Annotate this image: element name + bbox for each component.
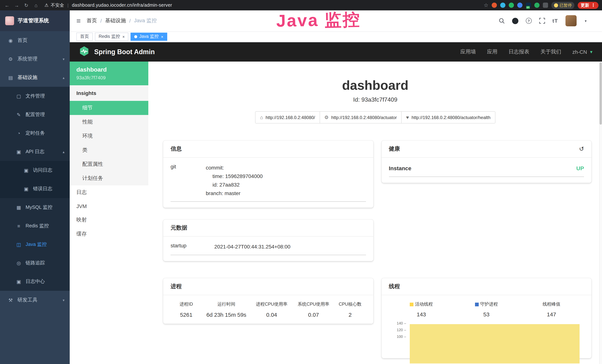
sba-item-scheduled-tasks[interactable]: 计划任务	[70, 171, 148, 185]
browser-back-icon[interactable]: ←	[4, 2, 10, 8]
sba-item-details[interactable]: 细节	[70, 101, 148, 115]
status-badge: UP	[576, 165, 584, 171]
extension-icon[interactable]	[509, 3, 514, 8]
browser-reload-icon[interactable]: ↻	[23, 2, 30, 8]
chevron-down-icon[interactable]: ▾	[585, 19, 587, 23]
extension-icon[interactable]	[492, 3, 497, 8]
help-icon[interactable]: ?	[526, 18, 532, 24]
sidebar-item-api-logs[interactable]: ▣ API 日志 ▴	[0, 142, 70, 161]
chevron-up-icon: ▴	[63, 150, 64, 154]
tab-java-monitor[interactable]: Java 监控 ×	[131, 32, 167, 41]
close-icon[interactable]: ×	[122, 34, 125, 39]
live-threads-area	[409, 324, 580, 364]
sidebar-item-java-monitor[interactable]: ◫ Java 监控	[0, 235, 70, 254]
page-instance-id: Id: 93a3fc7f7409	[148, 96, 602, 103]
url-text: dashboard.yudao.iocoder.cn/infra/admin-s…	[72, 3, 172, 8]
extension-icon[interactable]	[543, 3, 548, 8]
cards-row-1: 信息 git commit: time: 1596289704000 id: 2…	[163, 140, 591, 208]
sba-sidebar: dashboard 93a3fc7f7409 Insights 细节 性能 环境…	[70, 62, 148, 364]
fullscreen-icon[interactable]	[539, 18, 545, 24]
sba-item-beans[interactable]: 类	[70, 143, 148, 157]
chevron-down-icon: ▾	[63, 57, 64, 61]
hamburger-icon[interactable]: ≡	[70, 17, 86, 25]
sidebar-item-access-logs[interactable]: ▣ 访问日志	[0, 161, 70, 180]
sba-brand[interactable]: Spring Boot Admin	[79, 45, 155, 58]
metadata-startup-row: startup 2021-04-27T00:44:31.254+08:00	[171, 243, 366, 255]
java-monitor-icon: ◫	[16, 242, 22, 247]
instance-links: ⌂ http://192.168.0.2:48080/ ⚙ http://192…	[148, 111, 602, 124]
app-shell: 芋道管理系统 ◉ 首页 ⚙ 系统管理 ▾ ▤ 基础设施 ▴ ▢	[0, 11, 602, 364]
sba-nav-journal[interactable]: 日志报表	[509, 49, 529, 55]
sidebar-item-home[interactable]: ◉ 首页	[0, 31, 70, 50]
instance-block[interactable]: dashboard 93a3fc7f7409	[70, 62, 148, 85]
scrollbar-thumb[interactable]	[600, 62, 602, 125]
language-selector[interactable]: zh-CN ▼	[572, 49, 593, 55]
sidebar-item-scheduled-tasks[interactable]: ◔ 定时任务	[0, 124, 70, 142]
font-size-icon[interactable]: tT	[552, 18, 558, 24]
address-bar[interactable]: ⚠ 不安全 | dashboard.yudao.iocoder.cn/infra…	[44, 2, 481, 8]
update-button[interactable]: 更新 ⋮	[578, 2, 599, 9]
access-log-icon: ▣	[23, 167, 29, 173]
bookmark-star-icon[interactable]: ☆	[484, 2, 488, 8]
sidebar-item-config-management[interactable]: ✎ 配置管理	[0, 105, 70, 124]
close-icon[interactable]: ×	[161, 34, 163, 39]
logo-avatar	[5, 16, 14, 25]
sidebar-item-trace[interactable]: ◎ 链路追踪	[0, 254, 70, 272]
sba-item-jvm[interactable]: JVM	[70, 200, 148, 213]
sba-item-caches[interactable]: 缓存	[70, 227, 148, 241]
github-icon[interactable]	[512, 18, 518, 24]
sidebar-item-system-management[interactable]: ⚙ 系统管理 ▾	[0, 50, 70, 68]
sidebar-item-infrastructure[interactable]: ▤ 基础设施 ▴	[0, 68, 70, 87]
browser-forward-icon[interactable]: →	[13, 2, 20, 8]
health-instance-row: Instance UP	[389, 163, 584, 177]
chevron-up-icon: ▴	[63, 75, 64, 80]
sidebar-item-error-logs[interactable]: ▣ 错误日志	[0, 180, 70, 198]
app-logo[interactable]: 芋道管理系统	[0, 11, 70, 31]
chrome-toolbar: ☆ on 已暂停 更新 ⋮	[484, 2, 599, 9]
extension-icon[interactable]	[500, 3, 505, 8]
search-icon[interactable]	[499, 18, 505, 24]
wrench-icon: ⚙	[324, 115, 329, 120]
breadcrumb-current: Java 监控	[134, 17, 157, 24]
extension-icon[interactable]	[517, 3, 522, 8]
sidebar-item-mysql-monitor[interactable]: ▦ MySQL 监控	[0, 198, 70, 217]
sba-item-config-props[interactable]: 配置属性	[70, 157, 148, 171]
sba-item-metrics[interactable]: 性能	[70, 115, 148, 129]
sidebar-item-file-management[interactable]: ▢ 文件管理	[0, 87, 70, 105]
mysql-monitor-icon: ▦	[16, 204, 22, 210]
extension-icon[interactable]: on	[526, 3, 531, 8]
monitor-icon: ▤	[7, 75, 14, 80]
tab-redis-monitor[interactable]: Redis 监控 ×	[95, 32, 129, 41]
breadcrumb-home[interactable]: 首页	[86, 17, 97, 24]
sba-nav-about[interactable]: 关于我们	[540, 49, 561, 55]
history-icon[interactable]: ↺	[579, 145, 584, 152]
extension-icon[interactable]	[534, 3, 539, 8]
heart-icon: ♥	[406, 115, 409, 120]
sba-item-environment[interactable]: 环境	[70, 129, 148, 143]
browser-chrome: ← → ↻ ⌂ ⚠ 不安全 | dashboard.yudao.iocoder.…	[0, 0, 602, 11]
user-avatar[interactable]	[566, 15, 577, 26]
sidebar-item-dev-tools[interactable]: ⚒ 研发工具 ▾	[0, 291, 70, 309]
error-log-icon: ▣	[23, 186, 29, 192]
actuator-url-button[interactable]: ⚙ http://192.168.0.2:48080/actuator	[320, 111, 402, 124]
scrollbar[interactable]	[599, 62, 602, 364]
sba-nav-wallboard[interactable]: 应用墙	[460, 49, 476, 55]
browser-home-icon[interactable]: ⌂	[33, 2, 39, 8]
breadcrumb-infrastructure[interactable]: 基础设施	[105, 17, 126, 24]
config-icon: ✎	[16, 112, 22, 117]
sidebar-item-log-center[interactable]: ▣ 日志中心	[0, 272, 70, 291]
tab-home[interactable]: 首页	[76, 32, 93, 41]
sba-item-mappings[interactable]: 映射	[70, 213, 148, 227]
service-url-button[interactable]: ⌂ http://192.168.0.2:48080/	[255, 111, 320, 124]
redis-monitor-icon: ≡	[16, 223, 22, 229]
threads-legend: 活动线程 143 守护进程 53 线程峰值 14	[389, 301, 584, 317]
cards-row-3: 进程 进程ID5261 运行时间6d 23h 15m 59s 进程CPU使用率0…	[163, 278, 591, 358]
kebab-menu-icon[interactable]: ⋮	[591, 3, 595, 8]
health-url-button[interactable]: ♥ http://192.168.0.2:48080/actuator/heal…	[402, 111, 495, 124]
sba-nav-applications[interactable]: 应用	[487, 49, 497, 55]
sba-item-loggers[interactable]: 日志	[70, 185, 148, 200]
process-card-title: 进程	[163, 278, 373, 295]
sidebar-item-redis-monitor[interactable]: ≡ Redis 监控	[0, 217, 70, 235]
threads-chart: 140 120 100	[389, 323, 584, 352]
paused-badge[interactable]: 已暂停	[551, 2, 574, 9]
